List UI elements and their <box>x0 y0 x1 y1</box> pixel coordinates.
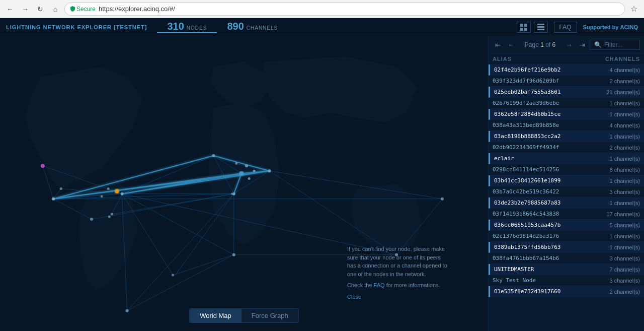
svg-rect-6 <box>537 29 544 30</box>
last-page-button[interactable]: ⇥ <box>577 39 588 50</box>
node-alias: 0298cc841114ec514256 <box>493 166 609 173</box>
tooltip-text: If you can't find your node, please make… <box>347 245 448 278</box>
app-title: LIGHTNING NETWORK EXPLORER [TESTNET] <box>6 24 147 30</box>
nodes-count: 310 <box>167 21 184 32</box>
tooltip-close-link[interactable]: Close <box>347 293 448 301</box>
node-row[interactable]: 0298cc841114ec514256 6 channel(s) <box>489 164 644 175</box>
node-channel-count: 4 channel(s) <box>609 67 640 73</box>
node-channel-count: 2 channel(s) <box>609 289 640 295</box>
node-row[interactable]: UNITEDMASTER 7 channel(s) <box>489 264 644 275</box>
main-content: If you can't find your node, please make… <box>0 36 644 331</box>
node-row[interactable]: 03ac8196b888853cc2a2 1 channel(s) <box>489 131 644 142</box>
node-channel-count: 4 channel(s) <box>609 122 640 128</box>
node-row[interactable]: 03b41cc38412661e1899 1 channel(s) <box>489 175 644 186</box>
next-page-button[interactable]: → <box>564 39 575 50</box>
node-row[interactable]: 038fa4761bbb67a154b6 3 channel(s) <box>489 253 644 264</box>
node-row[interactable]: 02c1376e9814d2ba3176 1 channel(s) <box>489 231 644 242</box>
world-map-button[interactable]: World Map <box>190 309 242 322</box>
svg-rect-0 <box>520 24 523 27</box>
node-alias: 02c1376e9814d2ba3176 <box>493 233 609 239</box>
node-channel-count: 1 channel(s) <box>609 178 640 184</box>
prev-page-button[interactable]: ← <box>506 39 517 50</box>
filter-box[interactable]: 🔍 <box>590 40 640 50</box>
node-alias: 036cc06551953caa457b <box>494 222 609 228</box>
faq-button[interactable]: FAQ <box>554 22 577 33</box>
node-row[interactable]: 02f4e2b96fef216e9bb2 4 channel(s) <box>489 64 644 76</box>
node-alias: eclair <box>494 155 609 162</box>
svg-rect-5 <box>537 26 544 28</box>
map-area: If you can't find your node, please make… <box>0 36 488 331</box>
node-row[interactable]: eclair 1 channel(s) <box>489 153 644 164</box>
node-row[interactable]: 036cc06551953caa457b 5 channel(s) <box>489 220 644 231</box>
node-row[interactable]: 02b76199df2aa39d6ebe 1 channel(s) <box>489 98 644 109</box>
view-controls <box>517 22 548 33</box>
svg-rect-3 <box>524 28 527 31</box>
node-row[interactable]: 025eeb02baf7555a3601 21 channel(s) <box>489 87 644 98</box>
node-row[interactable]: 03b7a0c42be519c36422 3 channel(s) <box>489 186 644 197</box>
node-alias: 03f14193b8664c543838 <box>493 211 606 217</box>
list-view-button[interactable] <box>534 22 548 33</box>
tooltip-faq-text: Check the FAQ for more informations. <box>347 281 448 290</box>
grid-view-button[interactable] <box>517 22 531 33</box>
node-alias: 03b41cc38412661e1899 <box>494 177 609 184</box>
browser-chrome: ← → ↻ ⌂ Secure https://explorer.acinq.co… <box>0 0 644 18</box>
channels-count: 890 <box>227 21 244 32</box>
column-headers: ALIAS CHANNELS <box>489 54 644 64</box>
address-bar[interactable]: Secure https://explorer.acinq.co/#/ <box>64 3 625 16</box>
node-row[interactable]: Sky Test Node 3 channel(s) <box>489 275 644 286</box>
node-row[interactable]: 0362e58f2884d60b15ce 1 channel(s) <box>489 109 644 120</box>
node-alias: 038a43a313bed89b858e <box>493 122 609 128</box>
first-page-button[interactable]: ⇤ <box>493 39 504 50</box>
top-bar: LIGHTNING NETWORK EXPLORER [TESTNET] 310… <box>0 18 644 36</box>
node-channel-count: 1 channel(s) <box>609 200 640 206</box>
node-row[interactable]: 039f323dd7f96d6209bf 2 channel(s) <box>489 76 644 87</box>
node-channel-count: 1 channel(s) <box>609 233 640 239</box>
node-alias: 039f323dd7f96d6209bf <box>493 78 609 84</box>
app-container: LIGHTNING NETWORK EXPLORER [TESTNET] 310… <box>0 18 644 331</box>
forward-button[interactable]: → <box>19 3 31 15</box>
reload-button[interactable]: ↻ <box>34 3 46 15</box>
secure-badge: Secure <box>70 6 96 13</box>
stats-area: 310 NODES 890 CHANNELS <box>157 21 516 33</box>
node-alias: Sky Test Node <box>493 277 609 284</box>
node-channel-count: 17 channel(s) <box>606 211 640 217</box>
node-alias: 03de23b2e79885687a83 <box>494 200 609 206</box>
node-channel-count: 5 channel(s) <box>609 222 640 228</box>
node-channel-count: 1 channel(s) <box>609 100 640 106</box>
tooltip-faq-link[interactable]: FAQ <box>374 282 385 288</box>
force-graph-button[interactable]: Force Graph <box>242 309 298 322</box>
node-channel-count: 7 channel(s) <box>609 267 640 273</box>
page-info: Page 1 of 6 <box>519 41 561 48</box>
node-channel-count: 2 channel(s) <box>609 78 640 84</box>
node-row[interactable]: 03e535f8e732d3917660 2 channel(s) <box>489 286 644 297</box>
svg-rect-2 <box>520 28 523 31</box>
info-tooltip: If you can't find your node, please make… <box>347 245 448 301</box>
node-alias: 02db902234369ff4934f <box>493 144 609 151</box>
node-channel-count: 1 channel(s) <box>609 111 640 117</box>
home-button[interactable]: ⌂ <box>49 3 61 15</box>
node-row[interactable]: 03de23b2e79885687a83 1 channel(s) <box>489 197 644 209</box>
bookmark-button[interactable]: ☆ <box>628 3 640 15</box>
back-button[interactable]: ← <box>4 3 16 15</box>
node-channel-count: 3 channel(s) <box>609 278 640 284</box>
channels-label: CHANNELS <box>247 25 278 31</box>
node-alias: 02b76199df2aa39d6ebe <box>493 100 609 106</box>
node-channel-count: 1 channel(s) <box>609 134 640 140</box>
page-total: 6 <box>552 41 556 48</box>
node-alias: 03ac8196b888853cc2a2 <box>494 133 609 140</box>
node-channel-count: 2 channel(s) <box>609 145 640 151</box>
filter-input[interactable] <box>604 41 634 48</box>
node-row[interactable]: 0389ab1375ffd56bb763 1 channel(s) <box>489 242 644 253</box>
view-toggle: World Map Force Graph <box>189 308 299 323</box>
node-channel-count: 3 channel(s) <box>609 255 640 261</box>
supported-by: Supported by ACINQ <box>583 24 638 30</box>
svg-rect-4 <box>537 24 544 25</box>
node-row[interactable]: 038a43a313bed89b858e 4 channel(s) <box>489 120 644 131</box>
alias-column-header: ALIAS <box>493 56 605 62</box>
panel-header: ⇤ ← Page 1 of 6 → ⇥ 🔍 <box>489 36 644 54</box>
node-channel-count: 3 channel(s) <box>609 189 640 195</box>
node-row[interactable]: 02db902234369ff4934f 2 channel(s) <box>489 142 644 153</box>
node-alias: 025eeb02baf7555a3601 <box>494 89 606 95</box>
node-row[interactable]: 03f14193b8664c543838 17 channel(s) <box>489 209 644 220</box>
node-alias: 02f4e2b96fef216e9bb2 <box>494 67 609 73</box>
